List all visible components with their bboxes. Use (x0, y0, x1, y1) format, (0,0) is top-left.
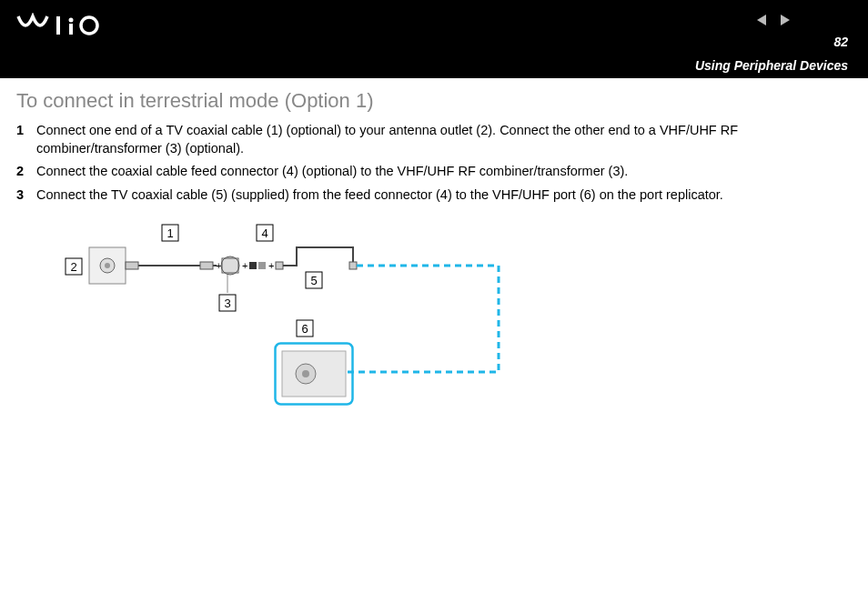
step-text: Connect the coaxial cable feed connector… (36, 163, 852, 181)
svg-rect-24 (258, 262, 266, 269)
svg-marker-4 (757, 15, 766, 25)
step-item: 3 Connect the TV coaxial cable (5) (supp… (16, 186, 852, 205)
next-page-icon[interactable] (777, 13, 793, 27)
page-number: 82 (833, 35, 848, 49)
step-item: 2 Connect the coaxial cable feed connect… (16, 163, 852, 181)
svg-point-1 (69, 18, 74, 23)
steps-list: 1 Connect one end of a TV coaxial cable … (16, 122, 852, 204)
svg-point-32 (302, 370, 309, 377)
step-item: 1 Connect one end of a TV coaxial cable … (16, 122, 852, 157)
svg-marker-5 (781, 15, 790, 25)
svg-rect-0 (56, 16, 60, 35)
svg-text:+: + (216, 260, 221, 271)
svg-point-14 (105, 263, 110, 268)
diagram-label-2: 2 (70, 260, 76, 274)
diagram-label-6: 6 (301, 322, 308, 336)
svg-rect-17 (200, 262, 213, 269)
diagram-label-5: 5 (310, 274, 317, 287)
svg-rect-16 (126, 262, 138, 269)
step-number: 1 (16, 122, 36, 157)
svg-point-19 (221, 256, 239, 275)
vaio-logo (16, 13, 116, 42)
svg-rect-27 (349, 262, 357, 269)
svg-rect-23 (249, 262, 257, 269)
diagram-label-4: 4 (261, 226, 267, 240)
prev-page-icon[interactable] (753, 13, 770, 27)
step-number: 3 (16, 186, 36, 205)
step-text: Connect one end of a TV coaxial cable (1… (36, 122, 852, 157)
content-title: To connect in terrestrial mode (Option 1… (16, 89, 852, 113)
step-text: Connect the TV coaxial cable (5) (suppli… (36, 186, 852, 205)
connection-diagram: 1 2 3 4 5 6 + (53, 222, 852, 426)
svg-text:+: + (268, 260, 274, 271)
section-title: Using Peripheral Devices (695, 58, 848, 73)
diagram-label-3: 3 (224, 296, 230, 310)
svg-rect-2 (69, 24, 73, 35)
diagram-label-1: 1 (167, 226, 173, 240)
svg-rect-26 (276, 262, 283, 269)
page-content: To connect in terrestrial mode (Option 1… (0, 78, 868, 426)
step-number: 2 (16, 163, 36, 181)
nav-arrows (752, 13, 795, 31)
page-header: 82 Using Peripheral Devices (0, 0, 868, 78)
svg-point-3 (81, 17, 97, 34)
svg-text:+: + (242, 260, 247, 271)
